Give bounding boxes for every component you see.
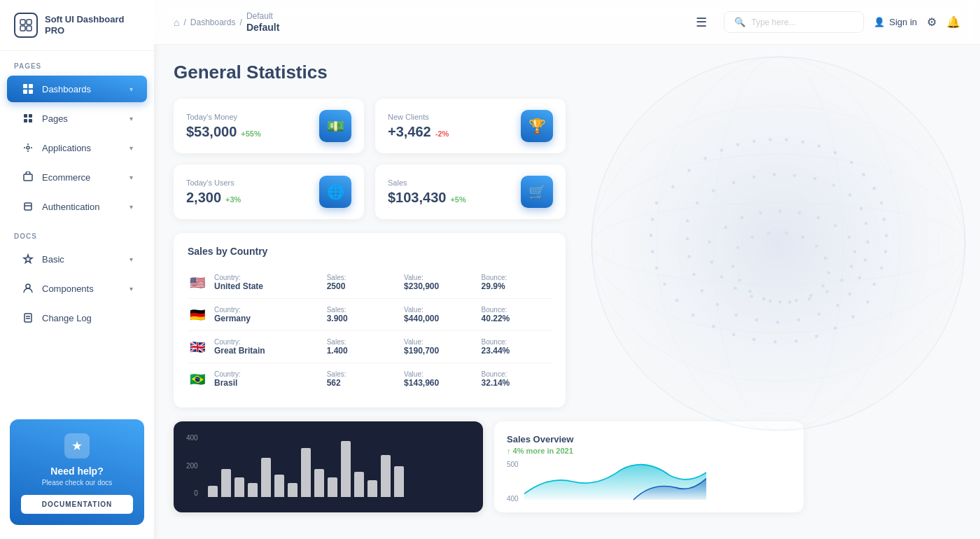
- svg-point-30: [818, 144, 821, 148]
- sidebar-item-components[interactable]: Components ▾: [7, 275, 147, 302]
- sales-country-title: Sales by Country: [188, 246, 552, 257]
- sidebar-item-basic[interactable]: Basic ▾: [7, 246, 147, 272]
- sidebar-item-dashboards[interactable]: Dashboards ▾: [7, 76, 147, 102]
- bar: [368, 480, 377, 497]
- sales-overview-subtitle: ↑ 4% more in 2021: [507, 447, 791, 455]
- svg-point-50: [732, 333, 736, 337]
- chevron-down-icon: ▾: [130, 285, 133, 293]
- svg-point-82: [797, 318, 801, 322]
- country-name-de: Germany: [214, 314, 320, 323]
- settings-icon[interactable]: ⚙: [927, 15, 937, 29]
- svg-point-84: [836, 304, 839, 307]
- svg-rect-7: [29, 90, 33, 94]
- table-row: 🇧🇷 Country: Brasil Sales: 562 Value: $14…: [188, 363, 552, 395]
- svg-point-95: [850, 265, 853, 268]
- sidebar-dashboards-label: Dashboards: [42, 84, 91, 94]
- svg-point-60: [732, 181, 736, 185]
- svg-point-77: [848, 293, 852, 296]
- search-box[interactable]: 🔍 Type here...: [724, 11, 864, 33]
- documentation-button[interactable]: DOCUMENTATION: [21, 495, 133, 514]
- help-star-icon: ★: [64, 433, 90, 458]
- search-placeholder: Type here...: [751, 18, 795, 27]
- svg-point-109: [801, 235, 804, 239]
- svg-point-21: [671, 185, 675, 188]
- svg-point-122: [592, 154, 965, 332]
- value-br: $143,960: [404, 378, 474, 388]
- pages-section-label: PAGES: [0, 51, 154, 74]
- sidebar-item-authentication[interactable]: Authentication ▾: [7, 193, 147, 220]
- svg-rect-3: [27, 26, 31, 31]
- flag-de: 🇩🇪: [188, 308, 207, 322]
- sales-de: 3.900: [327, 314, 397, 323]
- bar: [221, 469, 231, 497]
- svg-point-85: [708, 240, 711, 244]
- chevron-down-icon: ▾: [130, 203, 133, 211]
- y-label-200: 200: [186, 462, 198, 470]
- svg-point-113: [821, 284, 825, 288]
- svg-point-80: [755, 318, 758, 322]
- col-label-sales: Sales:: [327, 274, 397, 281]
- bar-chart-area: [208, 434, 404, 497]
- svg-point-69: [686, 237, 690, 241]
- sidebar-item-changelog[interactable]: Change Log: [7, 304, 147, 331]
- svg-rect-17: [24, 314, 31, 322]
- svg-rect-14: [24, 203, 31, 210]
- svg-point-55: [834, 326, 837, 330]
- svg-point-97: [825, 290, 829, 293]
- page-title-breadcrumb: Default: [246, 22, 279, 33]
- svg-point-62: [773, 173, 776, 176]
- sales-by-country-card: Sales by Country 🇺🇸 Country: United Stat…: [174, 233, 566, 407]
- svg-point-74: [866, 240, 869, 244]
- svg-rect-4: [23, 84, 27, 88]
- stat-money-change: +55%: [241, 130, 260, 138]
- bounce-de: 40.22%: [482, 314, 552, 323]
- sidebar-item-ecommerce[interactable]: Ecommerce ▾: [7, 164, 147, 190]
- svg-point-49: [712, 325, 715, 328]
- ecommerce-icon: [21, 170, 35, 184]
- stat-clients-icon: 🏆: [521, 110, 553, 142]
- signin-button[interactable]: 👤 Sign in: [874, 17, 917, 27]
- content-area: General Statistics Today's Money $53,000…: [154, 45, 980, 539]
- svg-point-125: [657, 57, 900, 430]
- svg-point-72: [701, 289, 704, 293]
- svg-point-20: [592, 57, 965, 430]
- sidebar-basic-label: Basic: [42, 254, 64, 265]
- bounce-br: 32.14%: [482, 378, 552, 388]
- svg-rect-2: [20, 26, 25, 31]
- svg-point-58: [696, 202, 699, 205]
- stat-money-label: Today's Money: [186, 113, 261, 121]
- menu-icon[interactable]: ☰: [696, 15, 707, 30]
- svg-point-79: [734, 314, 738, 317]
- stat-card-money: Today's Money $53,000 +55% 💵: [174, 99, 364, 153]
- basic-icon: [21, 252, 35, 266]
- svg-rect-1: [27, 20, 31, 24]
- bar: [381, 455, 391, 497]
- svg-point-26: [752, 140, 756, 144]
- chevron-down-icon: ▾: [130, 144, 133, 152]
- svg-point-93: [848, 235, 851, 239]
- svg-point-71: [692, 273, 696, 276]
- svg-point-96: [840, 279, 844, 282]
- stats-grid: Today's Money $53,000 +55% 💵 New Clients…: [174, 99, 566, 219]
- bar: [261, 458, 271, 497]
- bar: [314, 469, 324, 497]
- svg-point-86: [724, 225, 727, 229]
- home-icon[interactable]: ⌂: [174, 17, 179, 28]
- svg-point-51: [752, 338, 756, 342]
- chevron-down-icon: ▾: [130, 255, 133, 263]
- value-gb: $190,700: [404, 346, 474, 356]
- svg-point-37: [651, 218, 654, 221]
- svg-point-83: [818, 313, 821, 316]
- svg-point-103: [720, 275, 723, 279]
- sidebar-item-pages[interactable]: Pages ▾: [7, 105, 147, 132]
- svg-point-64: [813, 177, 817, 181]
- table-row: 🇺🇸 Country: United State Sales: 2500 Val…: [188, 267, 552, 299]
- svg-point-111: [824, 257, 827, 260]
- svg-rect-5: [29, 84, 33, 88]
- help-title: Need help?: [21, 465, 133, 477]
- bell-icon[interactable]: 🔔: [946, 15, 960, 29]
- svg-point-90: [798, 211, 802, 215]
- svg-point-57: [866, 300, 869, 304]
- sidebar-item-applications[interactable]: Applications ▾: [7, 134, 147, 161]
- stat-sales-icon: 🛒: [521, 176, 553, 208]
